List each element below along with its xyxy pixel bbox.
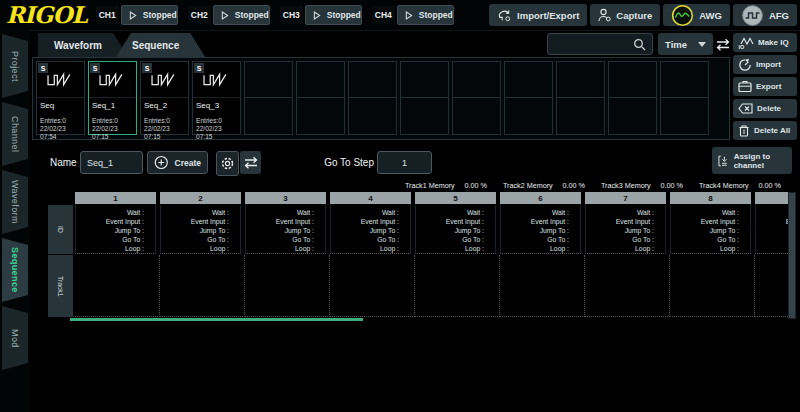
channel-run-button[interactable]: Stopped: [121, 5, 178, 25]
import-export-label: Import/Export: [517, 10, 579, 21]
channel-run-button[interactable]: Stopped: [305, 5, 362, 25]
assign-to-channel-button[interactable]: Assign to channel: [712, 147, 792, 174]
card-preview: S: [89, 62, 136, 98]
track-memory-label: Track4 Memory: [699, 181, 749, 190]
id-step-cell[interactable]: Wait :Event Input :Jump To :Go To :Loop …: [415, 205, 496, 254]
column-header[interactable]: 5: [415, 192, 496, 204]
row-header-id: ID: [48, 205, 73, 254]
track-step-cell[interactable]: [755, 255, 788, 317]
sort-order-toggle[interactable]: [714, 33, 732, 55]
id-step-cell[interactable]: Wait :Event Input :Jump To :Go To :Loop …: [755, 205, 788, 254]
vertical-scrollbar[interactable]: [788, 192, 796, 319]
empty-slot[interactable]: [556, 61, 605, 135]
capture-button[interactable]: Capture: [590, 4, 660, 26]
tab-waveform[interactable]: Waveform: [38, 33, 128, 57]
sequence-card[interactable]: S Seq_1 Entries:0 22/02/23 07:15: [88, 61, 137, 135]
sequence-card[interactable]: S Seq Entries:0 22/02/23 07:54: [36, 61, 85, 135]
track-step-cell[interactable]: [245, 255, 330, 317]
channel-label: CH2: [188, 6, 211, 24]
sidebar-tab[interactable]: Sequence: [2, 238, 28, 302]
empty-slot[interactable]: [608, 61, 657, 135]
track-step-cell[interactable]: [500, 255, 585, 317]
id-step-cell[interactable]: Wait :Event Input :Jump To :Go To :Loop …: [585, 205, 666, 254]
capture-user-icon: [598, 8, 611, 22]
empty-slot[interactable]: [660, 61, 709, 135]
id-step-cell[interactable]: Wait :Event Input :Jump To :Go To :Loop …: [330, 205, 411, 254]
column-header[interactable]: 6: [500, 192, 581, 204]
sequence-card[interactable]: S Seq_3 Entries:0 22/02/23 07:15: [192, 61, 241, 135]
sequence-settings-button[interactable]: [216, 151, 239, 176]
empty-slot[interactable]: [296, 61, 345, 135]
goto-step-input[interactable]: [377, 151, 432, 174]
empty-slot[interactable]: [348, 61, 397, 135]
track-memory-value: 0.00 %: [759, 181, 781, 190]
id-step-cell[interactable]: Wait :Event Input :Jump To :Go To :Loop …: [245, 205, 326, 254]
reorder-steps-button[interactable]: [240, 151, 261, 174]
track-step-cell[interactable]: [330, 255, 415, 317]
channel-label: CH3: [280, 6, 303, 24]
column-header[interactable]: 8: [670, 192, 751, 204]
delete-all-button[interactable]: Delete All: [733, 121, 797, 140]
id-step-cell[interactable]: Wait :Event Input :Jump To :Go To :Loop …: [670, 205, 751, 254]
export-icon: [738, 80, 752, 93]
column-header[interactable]: 1: [75, 192, 156, 204]
app-window: RIGOL CH1 Stopped CH2 Stopped: [0, 0, 800, 412]
sort-dropdown[interactable]: Time: [658, 33, 713, 55]
column-header[interactable]: 3: [245, 192, 326, 204]
card-date: 22/02/23 07:15: [92, 125, 133, 141]
card-entries: Entries:0: [144, 117, 185, 125]
empty-slot[interactable]: [452, 61, 501, 135]
sequence-card[interactable]: S Seq_2 Entries:0 22/02/23 07:15: [140, 61, 189, 135]
export-button[interactable]: Export: [733, 77, 797, 96]
column-header[interactable]: 7: [585, 192, 666, 204]
track-step-cell[interactable]: [670, 255, 755, 317]
column-header[interactable]: [755, 192, 788, 204]
delete-button[interactable]: Delete: [733, 99, 797, 118]
awg-label: AWG: [699, 10, 722, 21]
row-header-track1: Track1: [48, 255, 73, 317]
id-step-cell[interactable]: Wait :Event Input :Jump To :Go To :Loop …: [160, 205, 241, 254]
name-label: Name: [50, 157, 77, 168]
sidebar-tab[interactable]: Project: [2, 34, 28, 98]
awg-mode-button[interactable]: AWG: [663, 4, 730, 26]
sidebar-tab[interactable]: Waveform: [2, 170, 28, 234]
card-name: Seq_2: [144, 101, 185, 110]
import-button[interactable]: Import: [733, 55, 797, 74]
track-step-cell[interactable]: [585, 255, 670, 317]
card-meta: Seq_2 Entries:0 22/02/23 07:15: [141, 98, 188, 143]
track-step-cell[interactable]: [160, 255, 245, 317]
waveform-grid: S Seq Entries:0 22/02/23 07:54 S: [36, 61, 709, 135]
search-icon[interactable]: [633, 38, 646, 51]
import-export-button[interactable]: Import/Export: [489, 4, 587, 26]
track-step-cell[interactable]: [75, 255, 160, 317]
sequence-waveform-icon: [47, 71, 74, 88]
backspace-delete-icon: [738, 103, 753, 114]
name-input[interactable]: [80, 151, 143, 174]
track-step-cell[interactable]: [415, 255, 500, 317]
sidebar-tab[interactable]: Channel: [2, 102, 28, 166]
column-header[interactable]: 4: [330, 192, 411, 204]
channel-status-text: Stopped: [419, 10, 453, 20]
id-step-cell[interactable]: Wait :Event Input :Jump To :Go To :Loop …: [500, 205, 581, 254]
sequence-badge: S: [194, 63, 204, 73]
id-step-cell[interactable]: Wait :Event Input :Jump To :Go To :Loop …: [75, 205, 156, 254]
empty-slot[interactable]: [400, 61, 449, 135]
search-input[interactable]: [548, 39, 633, 49]
empty-slot[interactable]: [504, 61, 553, 135]
horizontal-scrollbar[interactable]: [70, 318, 363, 321]
sidebar-tab-label: Project: [10, 51, 20, 82]
create-button[interactable]: Create: [147, 151, 208, 174]
card-entries: Entries:0: [40, 117, 81, 125]
make-iq-button[interactable]: IQ Make IQ: [733, 33, 797, 52]
card-preview: S: [141, 62, 188, 98]
channel-run-button[interactable]: Stopped: [213, 5, 270, 25]
afg-mode-button[interactable]: AFG: [733, 4, 797, 26]
afg-label: AFG: [769, 10, 789, 21]
sidebar-tab[interactable]: Mod: [2, 306, 28, 370]
sequence-waveform-icon: [99, 71, 126, 88]
topbar-actions: Import/Export Capture AWG: [489, 4, 800, 26]
tab-sequence[interactable]: Sequence: [116, 33, 205, 57]
empty-slot[interactable]: [244, 61, 293, 135]
column-header[interactable]: 2: [160, 192, 241, 204]
channel-run-button[interactable]: Stopped: [397, 5, 454, 25]
